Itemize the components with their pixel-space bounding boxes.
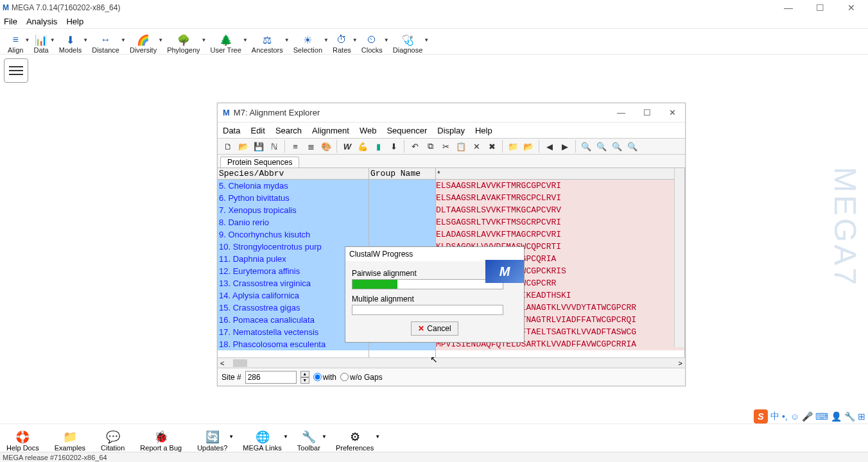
ae-menu-alignment[interactable]: Alignment <box>312 126 349 135</box>
settings-icon[interactable]: 🔧 <box>844 411 855 422</box>
without-gaps-radio[interactable]: w/o Gaps <box>340 373 383 382</box>
species-row[interactable]: 6. Python bivittatus <box>218 192 369 204</box>
new-icon[interactable]: 🗋 <box>221 140 234 153</box>
rates-button[interactable]: ⏱Rates▼ <box>329 33 355 54</box>
sequence-row[interactable]: ELSAAGSRLAVAKFTMRGCPCLRVI <box>436 192 684 204</box>
undo-icon[interactable]: ↶ <box>408 140 421 153</box>
group-cell[interactable] <box>369 228 435 241</box>
ae-menu-sequencer[interactable]: Sequencer <box>386 126 427 135</box>
with-gaps-radio[interactable]: with <box>313 373 336 382</box>
copy-icon[interactable]: ⧉ <box>424 140 437 153</box>
ae-menu-help[interactable]: Help <box>475 126 492 135</box>
group-cell[interactable] <box>369 204 435 216</box>
align-left-icon[interactable]: ≡ <box>289 140 302 153</box>
clocks-button[interactable]: ⏲Clocks▼ <box>358 33 386 54</box>
group-cell[interactable] <box>369 216 435 228</box>
sequence-row[interactable]: ELSAAGSRLAVVKFTMRGCGPCVRI <box>436 180 684 192</box>
align-button[interactable]: ≡Align▼ <box>4 33 27 54</box>
site-spinner[interactable]: ▲ ▼ <box>300 371 309 384</box>
models-button[interactable]: ⬇Models▼ <box>55 33 85 54</box>
ae-menu-display[interactable]: Display <box>437 126 465 135</box>
preferences-button[interactable]: ⚙Preferences▼ <box>336 430 374 452</box>
cancel-button[interactable]: ✕ Cancel <box>411 321 458 336</box>
distance-button[interactable]: ↔Distance▼ <box>88 33 123 54</box>
profile-icon[interactable]: 👤 <box>831 411 842 422</box>
folder2-icon[interactable]: 📂 <box>522 140 535 153</box>
species-row[interactable]: 5. Chelonia mydas <box>218 180 369 192</box>
species-header[interactable]: Species/Abbrv <box>218 168 369 180</box>
scroll-right-icon[interactable]: > <box>677 359 684 367</box>
tab-protein-sequences[interactable]: Protein Sequences <box>220 157 299 167</box>
cut-icon[interactable]: ✂ <box>439 140 452 153</box>
muscle-icon[interactable]: 💪 <box>356 140 369 153</box>
folder1-icon[interactable]: 📁 <box>507 140 519 153</box>
find-red-icon[interactable]: 🔍 <box>595 140 608 153</box>
helpdocs-button[interactable]: 🛟Help Docs <box>6 430 39 452</box>
open-icon[interactable]: 📂 <box>237 140 250 153</box>
toolbar-button[interactable]: 🔧Toolbar▼ <box>297 430 320 452</box>
ae-menu-data[interactable]: Data <box>223 126 240 135</box>
delete-icon[interactable]: ✕ <box>470 140 483 153</box>
nucleotide-icon[interactable]: ℕ <box>268 140 281 153</box>
close-button[interactable]: ✕ <box>842 3 860 13</box>
align-center-icon[interactable]: ≣ <box>304 140 317 153</box>
clustalw-title[interactable]: ClustalW Progress <box>345 247 524 261</box>
sequence-header[interactable]: * <box>436 168 684 180</box>
emoji-icon[interactable]: ☺ <box>790 411 799 422</box>
species-row[interactable]: 7. Xenopus tropicalis <box>218 204 369 216</box>
species-row[interactable]: 8. Danio rerio <box>218 216 369 228</box>
sequence-row[interactable]: ELADAGSRLAVVKFTMAGCRPCVRI <box>436 228 684 241</box>
hamburger-button[interactable] <box>4 58 28 83</box>
menu-file[interactable]: File <box>4 17 17 26</box>
group-header[interactable]: Group Name <box>369 168 435 180</box>
diversity-button[interactable]: 🌈Diversity▼ <box>126 33 161 54</box>
clustalw-icon[interactable]: W <box>341 140 354 153</box>
punct-icon[interactable]: •, <box>782 411 788 422</box>
spin-down-icon[interactable]: ▼ <box>300 377 309 384</box>
minimize-button[interactable]: — <box>779 3 798 13</box>
grid-icon[interactable]: ⊞ <box>858 411 865 422</box>
horizontal-scrollbar[interactable]: < > <box>218 357 685 368</box>
ae-close-button[interactable]: ✕ <box>665 108 680 117</box>
maximize-button[interactable]: ☐ <box>811 3 829 13</box>
selection-button[interactable]: ☀Selection▼ <box>290 33 326 54</box>
citation-button[interactable]: 💬Citation <box>101 430 125 452</box>
find-icon[interactable]: 🔍 <box>580 140 593 153</box>
group-cell[interactable] <box>369 192 435 204</box>
scroll-thumb[interactable] <box>233 359 247 367</box>
menu-analysis[interactable]: Analysis <box>26 17 57 26</box>
ae-maximize-button[interactable]: ☐ <box>639 108 655 117</box>
sequence-row[interactable]: ELSGAGSRLTVVKFTMSGCRPCVRI <box>436 216 684 228</box>
species-row[interactable]: 9. Oncorhynchus kisutch <box>218 228 369 241</box>
diagnose-button[interactable]: 🩺Diagnose▼ <box>389 33 426 54</box>
keyboard-icon[interactable]: ⌨ <box>815 411 828 422</box>
phylogeny-button[interactable]: 🌳Phylogeny▼ <box>163 33 204 54</box>
find-blue-icon[interactable]: 🔍 <box>611 140 623 153</box>
scroll-left-icon[interactable]: < <box>219 359 225 367</box>
prev-icon[interactable]: ◀ <box>543 140 556 153</box>
mic-icon[interactable]: 🎤 <box>802 411 813 422</box>
vertical-scrollbar[interactable] <box>674 168 684 347</box>
reportbug-button[interactable]: 🐞Report a Bug <box>140 430 182 452</box>
spin-up-icon[interactable]: ▲ <box>300 371 309 377</box>
delete-gap-icon[interactable]: ✖ <box>485 140 498 153</box>
next-icon[interactable]: ▶ <box>559 140 571 153</box>
find-green-icon[interactable]: 🔍 <box>626 140 639 153</box>
paste-icon[interactable]: 📋 <box>455 140 467 153</box>
menu-help[interactable]: Help <box>66 17 83 26</box>
sequence-row[interactable]: DLTAAGSRLSVVKFTMKGCAPCVRV <box>436 204 684 216</box>
megalinks-button[interactable]: 🌐MEGA Links▼ <box>243 430 282 452</box>
lang-cn-icon[interactable]: 中 <box>770 411 779 422</box>
save-icon[interactable]: 💾 <box>252 140 265 153</box>
examples-button[interactable]: 📁Examples <box>55 430 85 452</box>
ae-menu-web[interactable]: Web <box>360 126 377 135</box>
block-icon[interactable]: ▮ <box>372 140 385 153</box>
site-number-input[interactable] <box>245 371 297 384</box>
ae-menu-edit[interactable]: Edit <box>250 126 265 135</box>
group-cell[interactable] <box>369 180 435 192</box>
ae-minimize-button[interactable]: — <box>613 108 629 117</box>
sogou-icon[interactable]: S <box>754 409 768 424</box>
ancestors-button[interactable]: ⚖Ancestors▼ <box>248 33 287 54</box>
data-button[interactable]: 📊Data▼ <box>30 33 52 54</box>
unmark-icon[interactable]: ⬇ <box>387 140 400 153</box>
